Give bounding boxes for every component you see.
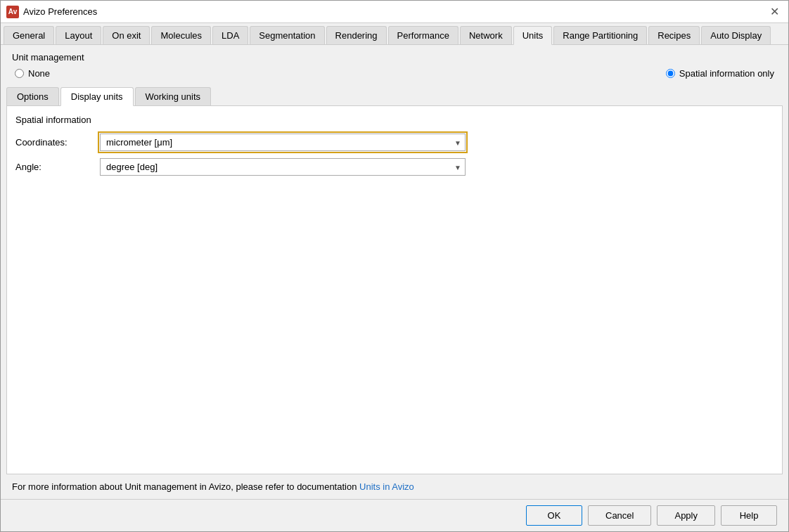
tab-molecules[interactable]: Molecules <box>151 26 211 44</box>
angle-select[interactable]: degree [deg] radian [rad] <box>100 158 466 176</box>
angle-select-wrapper: degree [deg] radian [rad] ▼ <box>100 158 466 176</box>
tab-lda[interactable]: LDA <box>212 26 248 44</box>
tab-on-exit[interactable]: On exit <box>103 26 150 44</box>
tab-recipes[interactable]: Recipes <box>648 26 700 44</box>
coordinates-select[interactable]: micrometer [μm] millimeter [mm] centimet… <box>100 134 466 151</box>
tab-network[interactable]: Network <box>460 26 512 44</box>
radio-spatial[interactable]: Spatial information only <box>666 68 774 79</box>
radio-none[interactable]: None <box>15 68 50 79</box>
tab-performance[interactable]: Performance <box>388 26 458 44</box>
tabs-bar: General Layout On exit Molecules LDA Seg… <box>1 23 788 45</box>
info-text: For more information about Unit manageme… <box>12 481 359 492</box>
tab-general[interactable]: General <box>4 26 54 44</box>
unit-management-title: Unit management <box>12 52 777 63</box>
panel-section-title: Spatial information <box>15 115 774 125</box>
tab-auto-display[interactable]: Auto Display <box>701 26 771 44</box>
coordinates-select-wrapper: micrometer [μm] millimeter [mm] centimet… <box>100 134 466 151</box>
close-button[interactable]: ✕ <box>766 4 783 20</box>
window-title: Avizo Preferences <box>23 6 97 17</box>
sub-tab-working-units[interactable]: Working units <box>135 87 212 105</box>
apply-button[interactable]: Apply <box>657 505 715 526</box>
sub-tab-display-units[interactable]: Display units <box>60 87 134 106</box>
units-link[interactable]: Units in Avizo <box>359 481 414 492</box>
titlebar: Av Avizo Preferences ✕ <box>1 1 788 23</box>
tab-segmentation[interactable]: Segmentation <box>250 26 324 44</box>
unit-radio-row: None Spatial information only <box>12 68 777 79</box>
footer: OK Cancel Apply Help <box>1 499 788 531</box>
ok-button[interactable]: OK <box>526 505 582 526</box>
app-icon: Av <box>6 6 19 18</box>
radio-spatial-label: Spatial information only <box>679 68 774 79</box>
cancel-button[interactable]: Cancel <box>588 505 651 526</box>
panel-area: Spatial information Coordinates: microme… <box>6 105 783 474</box>
tab-range-partitioning[interactable]: Range Partitioning <box>553 26 647 44</box>
tab-units[interactable]: Units <box>513 26 553 45</box>
unit-management-section: Unit management None Spatial information… <box>1 45 788 84</box>
radio-none-label: None <box>28 68 50 79</box>
info-bar: For more information about Unit manageme… <box>1 474 788 499</box>
coordinates-label: Coordinates: <box>15 137 100 148</box>
preferences-window: Av Avizo Preferences ✕ General Layout On… <box>0 0 789 532</box>
help-button[interactable]: Help <box>721 505 777 526</box>
titlebar-left: Av Avizo Preferences <box>6 6 97 18</box>
sub-tabs-bar: Options Display units Working units <box>1 87 788 105</box>
coordinates-row: Coordinates: micrometer [μm] millimeter … <box>15 134 774 151</box>
radio-spatial-input[interactable] <box>666 69 675 78</box>
tab-rendering[interactable]: Rendering <box>326 26 387 44</box>
main-content: Unit management None Spatial information… <box>1 45 788 499</box>
angle-row: Angle: degree [deg] radian [rad] ▼ <box>15 158 774 176</box>
angle-label: Angle: <box>15 162 100 172</box>
sub-tab-options[interactable]: Options <box>6 87 59 105</box>
tab-layout[interactable]: Layout <box>56 26 101 44</box>
radio-none-input[interactable] <box>15 69 24 78</box>
